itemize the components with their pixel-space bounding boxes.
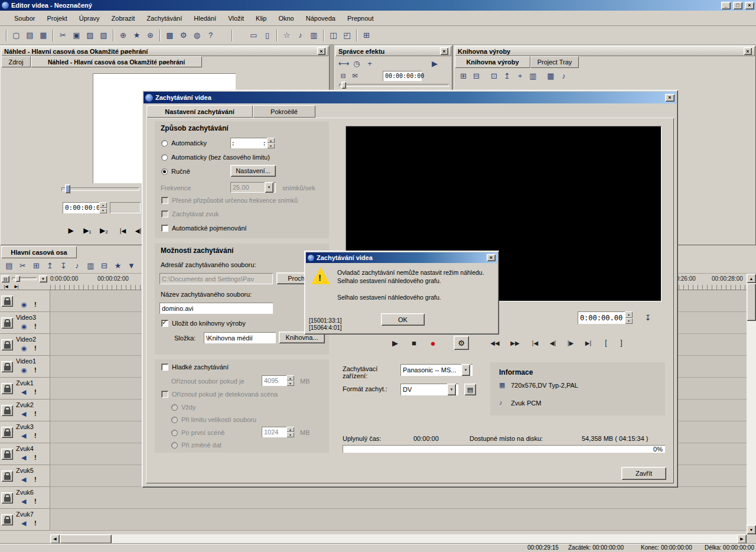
monitor-icon[interactable]: ▭ xyxy=(247,28,260,42)
format-settings-button[interactable]: ▤ xyxy=(464,384,476,395)
radio-icon[interactable] xyxy=(161,154,168,161)
menu-vlozit[interactable]: Vložit xyxy=(222,15,250,22)
timeline-zoom-thumb[interactable] xyxy=(15,275,20,282)
tab-advanced[interactable]: Pokroèilé xyxy=(253,105,315,118)
spin-up-icon[interactable]: ▲ xyxy=(267,138,275,143)
import-icon[interactable]: ↥ xyxy=(501,70,513,82)
spin-down-icon[interactable]: ▼ xyxy=(99,208,107,214)
scroll-down-icon[interactable]: ▼ xyxy=(747,525,756,534)
menu-prepnout[interactable]: Prepnout xyxy=(341,15,380,22)
speaker-icon[interactable]: ◀ xyxy=(21,432,26,440)
auto-time-stepper[interactable]: ▲▼ xyxy=(267,138,275,148)
spin-down-icon[interactable]: ▼ xyxy=(625,318,633,324)
copy-icon[interactable]: ▣ xyxy=(70,28,83,42)
spin-down-icon[interactable]: ▼ xyxy=(267,143,275,148)
audio-level-button[interactable]: ↧ xyxy=(641,311,654,324)
new-icon[interactable]: ▢ xyxy=(9,28,23,42)
capture-icon[interactable]: ▩ xyxy=(163,28,177,42)
zoom-icon[interactable]: ⊕ xyxy=(116,28,130,42)
tree-icon[interactable]: ⊡ xyxy=(488,70,500,82)
open-icon[interactable]: ▤ xyxy=(23,28,37,42)
settings-icon[interactable]: ⚙ xyxy=(177,28,190,42)
dropdown-icon[interactable]: ▼ xyxy=(447,384,456,395)
folder-field[interactable]: \Knihovna médií xyxy=(204,332,276,343)
menu-projekt[interactable]: Projekt xyxy=(41,15,73,22)
capture-close-icon[interactable]: × xyxy=(665,94,674,102)
scroll-up-icon[interactable]: ▲ xyxy=(747,274,756,283)
menu-upravy[interactable]: Úpravy xyxy=(73,15,106,22)
radio-after-first-scene[interactable]: Po první scéně xyxy=(171,429,224,436)
mark-in-button[interactable]: [ xyxy=(599,336,613,350)
web-icon[interactable]: ◍ xyxy=(190,28,204,42)
checkbox-smooth-capture[interactable]: Hladké zachytávání xyxy=(161,363,229,371)
menu-klip[interactable]: Klip xyxy=(250,15,272,22)
go-start-button[interactable]: |◀ xyxy=(527,336,543,350)
split-size-stepper[interactable]: ▲▼ xyxy=(286,375,294,386)
track-lock-button[interactable] xyxy=(1,492,13,504)
spin-up-icon[interactable]: ▲ xyxy=(625,311,633,318)
effects-slider-thumb[interactable] xyxy=(341,82,346,89)
track-lock-button[interactable] xyxy=(1,361,13,372)
eye-icon[interactable]: ◉ xyxy=(21,301,27,309)
list-view-icon[interactable]: ⊟ xyxy=(97,259,111,272)
razor-icon[interactable]: ✂ xyxy=(16,259,30,272)
after-first-stepper[interactable]: ▲▼ xyxy=(286,427,294,437)
hscroll-thumb[interactable] xyxy=(60,534,112,544)
scroll-right-icon[interactable]: ▶ xyxy=(737,534,747,544)
checkbox-icon[interactable] xyxy=(161,363,168,371)
speaker-icon[interactable]: ◀ xyxy=(21,454,26,462)
dropdown-icon[interactable]: ▼ xyxy=(461,364,470,376)
radio-icon[interactable] xyxy=(161,168,168,175)
app-titlebar[interactable]: Editor videa - Neoznačený _ □ × xyxy=(0,0,756,11)
radio-on-data-change[interactable]: Při změně dat xyxy=(171,441,221,449)
track-lock-button[interactable] xyxy=(1,317,13,329)
eye-icon[interactable]: ◉ xyxy=(21,345,27,352)
vscroll-thumb[interactable] xyxy=(747,283,756,321)
marker-icon[interactable]: ★ xyxy=(111,259,125,272)
spin-up-icon[interactable]: ▲ xyxy=(286,375,294,381)
view-grid-icon[interactable]: ⊞ xyxy=(457,70,470,82)
rewind-button[interactable]: ◀◀ xyxy=(485,336,504,350)
scroll-left-icon[interactable]: ◀ xyxy=(50,534,60,544)
spin-down-icon[interactable]: ▼ xyxy=(286,432,294,437)
split-size-field[interactable]: 4095 xyxy=(262,375,286,386)
format-combobox[interactable]: DV▼ xyxy=(400,384,458,395)
add-effect-icon[interactable]: + xyxy=(364,58,376,69)
radio-icon[interactable] xyxy=(161,140,168,147)
split-window-icon[interactable]: ◫ xyxy=(327,28,340,42)
error-dialog-titlebar[interactable]: Zachytávání videa × xyxy=(306,252,497,263)
checkbox-icon[interactable] xyxy=(161,320,168,327)
move-up-icon[interactable]: ↥ xyxy=(43,259,57,272)
minimize-icon[interactable]: _ xyxy=(721,2,731,9)
checkbox-icon[interactable] xyxy=(161,391,168,398)
play-out-button[interactable]: ▶₂ xyxy=(97,225,111,236)
timeline-go-end-button[interactable]: ▶| xyxy=(12,283,21,290)
checkbox-capture-audio[interactable]: Zachytávat zvuk xyxy=(161,210,219,217)
after-first-field[interactable]: 1024 xyxy=(262,427,286,437)
spin-up-icon[interactable]: ▲ xyxy=(99,202,107,208)
library-close-icon[interactable]: × xyxy=(744,47,752,55)
track-lock-button[interactable] xyxy=(1,470,13,482)
mark-out-button[interactable]: ] xyxy=(614,336,628,350)
save-icon[interactable]: ▦ xyxy=(37,28,50,42)
effects-close-icon[interactable]: × xyxy=(440,47,448,55)
preview-scrubber-thumb[interactable] xyxy=(65,184,70,193)
device-combobox[interactable]: Panasonic -- MS...▼ xyxy=(400,364,472,376)
checkbox-icon[interactable] xyxy=(161,225,168,232)
menu-hledani[interactable]: Hledání xyxy=(188,15,222,22)
cut-icon[interactable]: ✂ xyxy=(56,28,70,42)
close-dialog-button[interactable]: Zavřít xyxy=(621,467,666,480)
clips-icon[interactable]: ▤ xyxy=(2,259,16,272)
track-lock-button[interactable] xyxy=(1,339,13,350)
play-button[interactable]: ▶ xyxy=(64,225,78,236)
go-start-button[interactable]: |◀ xyxy=(116,225,130,236)
auto-time-field[interactable]: : : xyxy=(230,138,267,148)
notes-icon[interactable]: ♪ xyxy=(294,28,307,42)
checkbox-auto-naming[interactable]: Automatické pojmenování xyxy=(161,225,247,232)
capture-stop-button[interactable]: ■ xyxy=(406,336,422,350)
track-lock-button[interactable] xyxy=(1,405,13,416)
paste-icon[interactable]: ▨ xyxy=(83,28,97,42)
move-down-icon[interactable]: ↧ xyxy=(57,259,70,272)
preview-timecode-stepper[interactable]: ▲▼ xyxy=(99,202,107,213)
effects-icon[interactable]: ★ xyxy=(130,28,144,42)
